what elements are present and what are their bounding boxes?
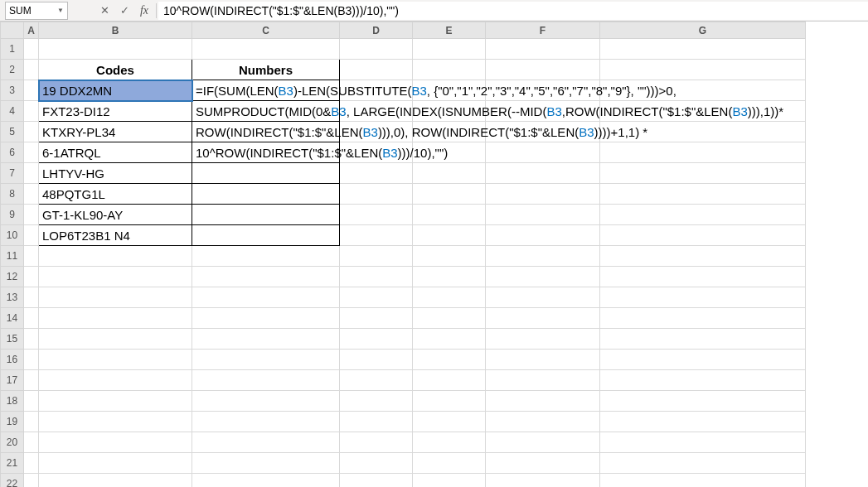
cell[interactable] — [24, 453, 39, 474]
cell[interactable] — [340, 329, 413, 350]
cell-C8[interactable] — [192, 184, 340, 205]
cell-C7[interactable] — [192, 163, 340, 184]
row-header[interactable]: 11 — [1, 246, 24, 267]
cell[interactable] — [486, 225, 600, 246]
cell[interactable] — [486, 350, 600, 370]
cell[interactable] — [486, 205, 600, 225]
row-header[interactable]: 7 — [1, 163, 24, 184]
cancel-button[interactable]: ✕ — [95, 2, 114, 20]
cell[interactable] — [39, 453, 192, 474]
cell[interactable] — [486, 267, 600, 287]
cell[interactable] — [39, 267, 192, 287]
cell[interactable] — [340, 350, 413, 370]
cell[interactable] — [24, 184, 39, 205]
cell[interactable] — [600, 412, 806, 432]
cell[interactable] — [413, 246, 486, 267]
cell[interactable] — [413, 267, 486, 287]
cell-B7[interactable]: LHTYV-HG — [39, 163, 192, 184]
cell[interactable] — [39, 412, 192, 432]
row-header[interactable]: 16 — [1, 350, 24, 370]
cell[interactable] — [600, 246, 806, 267]
cell[interactable] — [413, 205, 486, 225]
cell-C4[interactable]: SUMPRODUCT(MID(0&B3, LARGE(INDEX(ISNUMBE… — [192, 101, 340, 122]
cell[interactable] — [413, 225, 486, 246]
row-header[interactable]: 15 — [1, 329, 24, 350]
name-box-dropdown-icon[interactable]: ▼ — [57, 7, 64, 14]
cell[interactable] — [600, 184, 806, 205]
cell[interactable] — [486, 308, 600, 329]
cell[interactable] — [39, 39, 192, 60]
cell-B8[interactable]: 48PQTG1L — [39, 184, 192, 205]
cell[interactable] — [600, 225, 806, 246]
enter-button[interactable]: ✓ — [114, 2, 134, 20]
col-header-G[interactable]: G — [600, 22, 806, 39]
cell[interactable] — [600, 350, 806, 370]
cell[interactable] — [24, 370, 39, 391]
cell[interactable] — [24, 142, 39, 163]
formula-input[interactable]: 10^ROW(INDIRECT("$1:$"&LEN(B3)))/10),"") — [158, 2, 868, 20]
cell[interactable] — [340, 39, 413, 60]
cell-C6[interactable]: 10^ROW(INDIRECT("$1:$"&LEN(B3)))/10),"") — [192, 142, 340, 163]
cell[interactable] — [340, 370, 413, 391]
cell[interactable] — [24, 163, 39, 184]
cell[interactable] — [340, 432, 413, 453]
cell[interactable] — [600, 308, 806, 329]
cell[interactable] — [600, 391, 806, 412]
fx-button[interactable]: fx — [134, 2, 154, 20]
cell[interactable] — [24, 329, 39, 350]
cell[interactable] — [192, 39, 340, 60]
cell[interactable] — [413, 350, 486, 370]
cell[interactable] — [340, 308, 413, 329]
cell[interactable] — [24, 60, 39, 80]
cell[interactable] — [413, 474, 486, 488]
cell[interactable] — [486, 432, 600, 453]
row-header[interactable]: 6 — [1, 142, 24, 163]
cell[interactable] — [413, 163, 486, 184]
cell[interactable] — [192, 412, 340, 432]
cell[interactable] — [486, 391, 600, 412]
cell[interactable] — [192, 246, 340, 267]
cell[interactable] — [340, 267, 413, 287]
row-header[interactable]: 13 — [1, 287, 24, 308]
row-header[interactable]: 19 — [1, 412, 24, 432]
cell[interactable] — [192, 350, 340, 370]
cell[interactable] — [192, 453, 340, 474]
row-header[interactable]: 20 — [1, 432, 24, 453]
cell[interactable] — [39, 350, 192, 370]
cell[interactable] — [413, 391, 486, 412]
cell[interactable] — [24, 412, 39, 432]
col-header-F[interactable]: F — [486, 22, 600, 39]
cell[interactable] — [24, 80, 39, 101]
row-header[interactable]: 12 — [1, 267, 24, 287]
cell[interactable] — [600, 267, 806, 287]
cell[interactable] — [340, 225, 413, 246]
row-header[interactable]: 21 — [1, 453, 24, 474]
table-header-numbers[interactable]: Numbers — [192, 60, 340, 80]
cell-B4[interactable]: FXT23-DI12 — [39, 101, 192, 122]
cell[interactable] — [24, 350, 39, 370]
cell[interactable] — [413, 370, 486, 391]
cell[interactable] — [413, 287, 486, 308]
cell[interactable] — [600, 142, 806, 163]
cell[interactable] — [39, 246, 192, 267]
cell[interactable] — [192, 329, 340, 350]
cell[interactable] — [24, 205, 39, 225]
row-header[interactable]: 3 — [1, 80, 24, 101]
cell[interactable] — [486, 142, 600, 163]
cell[interactable] — [24, 432, 39, 453]
select-all-corner[interactable] — [1, 22, 24, 39]
cell[interactable] — [24, 246, 39, 267]
cell[interactable] — [39, 474, 192, 488]
cell[interactable] — [340, 205, 413, 225]
cell[interactable] — [192, 287, 340, 308]
row-header[interactable]: 5 — [1, 122, 24, 142]
col-header-C[interactable]: C — [192, 22, 340, 39]
cell-C5[interactable]: ROW(INDIRECT("$1:$"&LEN(B3))),0), ROW(IN… — [192, 122, 340, 142]
cell[interactable] — [24, 122, 39, 142]
col-header-E[interactable]: E — [413, 22, 486, 39]
cell[interactable] — [486, 163, 600, 184]
name-box[interactable]: SUM ▼ — [5, 2, 68, 20]
cell-B3[interactable]: 19 DDX2MN — [39, 80, 192, 101]
cell[interactable] — [24, 391, 39, 412]
cell[interactable] — [39, 329, 192, 350]
